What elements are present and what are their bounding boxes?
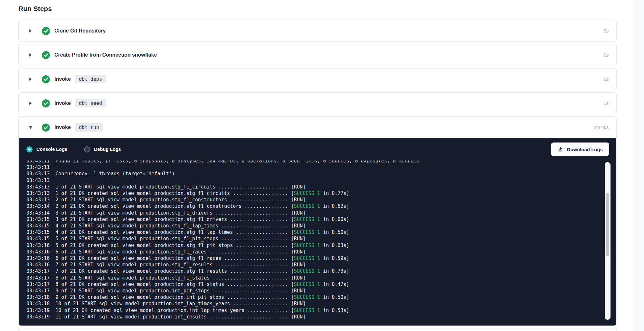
run-step-card: Invoke dbt run 2m 26s Console Logs Debug…: [18, 116, 617, 326]
success-check-icon: [42, 75, 50, 83]
download-icon: [557, 146, 563, 152]
step-name: Invoke: [54, 124, 71, 130]
step-name: Invoke: [54, 76, 71, 82]
log-line: 03:43:19 10 of 21 OK created sql view mo…: [26, 307, 616, 314]
run-step-card: Invoke dbt deps 0s: [18, 68, 617, 90]
expand-caret-icon[interactable]: [29, 77, 33, 81]
success-check-icon: [42, 99, 50, 107]
log-line: 03:43:17 8 of 21 OK created sql view mod…: [26, 281, 616, 288]
expand-caret-icon[interactable]: [29, 53, 33, 57]
log-lines: 03:43:11 Found 21 models, 17 tests, 0 sn…: [26, 161, 616, 320]
log-line: 03:43:17 7 of 21 OK created sql view mod…: [26, 268, 616, 274]
page-title: Run Steps: [18, 4, 617, 13]
expand-caret-icon[interactable]: [29, 126, 33, 129]
log-panel: Console Logs Debug Logs Download Logs 03…: [19, 138, 616, 326]
run-steps-section: Run Steps Clone Git Repository 0s: [18, 0, 617, 331]
expand-caret-icon[interactable]: [29, 29, 33, 33]
run-step-row[interactable]: Invoke dbt deps 0s: [19, 69, 616, 90]
log-line: 03:43:13 1 of 21 START sql view model pr…: [26, 184, 616, 190]
radio-unselected-icon[interactable]: [84, 146, 90, 152]
run-step-row[interactable]: Create Profile from Connection snowflake…: [19, 44, 616, 66]
step-duration: 2m 26s: [594, 125, 609, 130]
log-line: 03:43:18 9 of 21 OK created sql view mod…: [26, 294, 616, 300]
log-scrollbar-thumb[interactable]: [606, 193, 609, 256]
step-name: Clone Git Repository: [54, 28, 106, 34]
step-duration: 0s: [604, 52, 609, 58]
log-line: 03:43:15 3 of 21 OK created sql view mod…: [26, 216, 616, 223]
log-type-radio-group: Console Logs Debug Logs: [26, 146, 121, 152]
run-step-card: Invoke dbt seed 1s: [18, 92, 617, 114]
step-command-pill: dbt run: [75, 123, 103, 132]
step-duration: 0s: [604, 77, 609, 82]
success-check-icon: [42, 51, 50, 59]
run-step-row[interactable]: Clone Git Repository 0s: [19, 20, 616, 41]
run-step-row[interactable]: Invoke dbt seed 1s: [19, 93, 616, 114]
console-logs-radio[interactable]: Console Logs: [26, 146, 67, 152]
run-step-card: Create Profile from Connection snowflake…: [18, 44, 617, 66]
log-line: 03:43:15 5 of 21 START sql view model pr…: [26, 235, 616, 242]
debug-logs-radio[interactable]: Debug Logs: [84, 146, 121, 152]
log-line: 03:43:13 Concurrency: 1 threads (target=…: [26, 170, 616, 177]
log-line: 03:43:16 5 of 21 OK created sql view mod…: [26, 242, 616, 249]
step-name: Invoke: [54, 100, 71, 106]
next-step-card-edge: [18, 328, 617, 331]
success-check-icon: [42, 27, 50, 35]
log-line: 03:43:13: [26, 177, 616, 184]
step-command-pill: dbt deps: [75, 75, 106, 83]
run-step-row[interactable]: Invoke dbt run 2m 26s: [19, 117, 616, 138]
step-name: Create Profile from Connection snowflake: [54, 52, 157, 58]
log-scrollbar-track[interactable]: [605, 162, 611, 320]
log-line: 03:43:18 10 of 21 START sql view model p…: [26, 300, 616, 307]
log-line: 03:43:17 9 of 21 START sql view model pr…: [26, 288, 616, 294]
log-line: 03:43:13 1 of 21 OK created sql view mod…: [26, 190, 616, 197]
step-duration: 0s: [604, 28, 609, 33]
log-line: 03:43:16 6 of 21 OK created sql view mod…: [26, 255, 616, 262]
radio-selected-icon[interactable]: [26, 146, 33, 152]
console-log-output: 03:43:11 Found 21 models, 17 tests, 0 sn…: [19, 161, 616, 326]
download-logs-label: Download Logs: [567, 147, 603, 152]
log-line: 03:43:11: [26, 164, 616, 170]
log-line: 03:43:19 11 of 21 START sql view model p…: [26, 314, 616, 320]
expand-caret-icon[interactable]: [29, 101, 33, 105]
debug-logs-label: Debug Logs: [94, 147, 121, 152]
log-line: 03:43:16 7 of 21 START sql view model pr…: [26, 262, 616, 268]
console-logs-label: Console Logs: [36, 147, 67, 152]
run-steps-list: Clone Git Repository 0s Create Profile f…: [18, 20, 617, 326]
download-logs-button[interactable]: Download Logs: [551, 143, 609, 156]
log-line: 03:43:17 8 of 21 START sql view model pr…: [26, 275, 616, 281]
run-step-card: Clone Git Repository 0s: [18, 20, 617, 42]
log-line: 03:43:15 4 of 21 OK created sql view mod…: [26, 229, 616, 235]
step-command-pill: dbt seed: [75, 99, 106, 107]
log-line: 03:43:14 2 of 21 OK created sql view mod…: [26, 203, 616, 209]
log-panel-header: Console Logs Debug Logs Download Logs: [19, 138, 616, 161]
log-line: 03:43:13 2 of 21 START sql view model pr…: [26, 197, 616, 203]
step-duration: 1s: [604, 101, 609, 106]
success-check-icon: [42, 124, 50, 132]
log-line: 03:43:15 4 of 21 START sql view model pr…: [26, 223, 616, 229]
log-line: 03:43:11 Found 21 models, 17 tests, 0 sn…: [26, 161, 616, 164]
log-line: 03:43:14 3 of 21 START sql view model pr…: [26, 210, 616, 216]
log-line: 03:43:16 6 of 21 START sql view model pr…: [26, 249, 616, 255]
page-right-gutter: [633, 0, 644, 331]
